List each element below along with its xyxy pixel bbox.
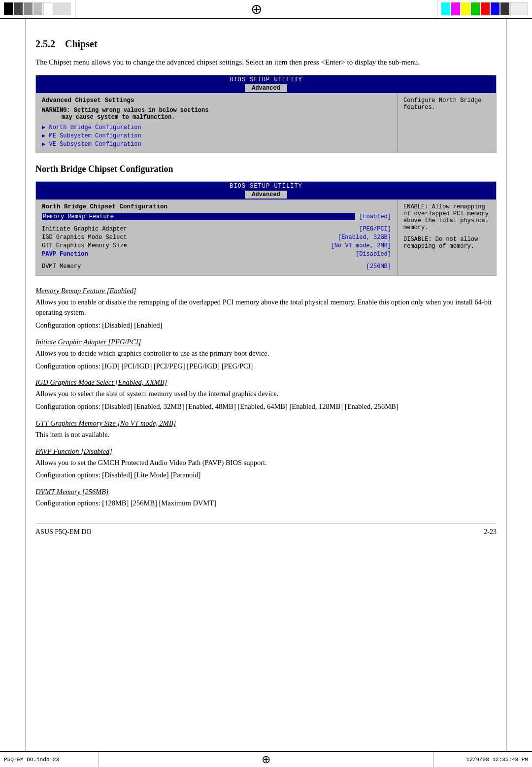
color-block-wide-right xyxy=(510,2,528,15)
bios-row-label-dvmt: DVMT Memory xyxy=(42,263,363,270)
bios-row-pavp: PAVP Function [Disabled] xyxy=(42,251,391,258)
bios-menu-me-subsystem: ME Subsystem Configuration xyxy=(42,132,391,139)
bios-row-label-pavp: PAVP Function xyxy=(42,251,352,258)
top-bar-center: ⊕ xyxy=(75,0,437,18)
bios-row-label-graphic-adapter: Initiate Graphic Adapter xyxy=(42,226,355,233)
bios-row-value-pavp: [Disabled] xyxy=(356,251,391,258)
color-block-magenta xyxy=(451,2,460,15)
color-blocks-right xyxy=(437,0,532,18)
right-margin-line xyxy=(506,19,506,751)
bios-tab-row-2: Advanced xyxy=(36,191,496,200)
color-block-black xyxy=(4,2,13,15)
feature-desc-gtt-size: This item is not available. xyxy=(35,430,497,440)
bios-row-igd-mode: IGD Graphics Mode Select [Enabled, 32GB] xyxy=(42,234,391,241)
bottom-reg-bar: P5Q-EM DO.indb 23 ⊕ 12/9/08 12:35:48 PM xyxy=(0,751,532,767)
left-margin-line xyxy=(26,19,26,751)
color-block-wide xyxy=(53,2,71,15)
bios-row-memory-remap: Memory Remap Feature [Enabled] xyxy=(42,213,391,220)
color-block-lightgray xyxy=(33,2,42,15)
bottom-reg-right: 12/9/08 12:35:48 PM xyxy=(433,752,532,767)
bottom-reg-left: P5Q-EM DO.indb 23 xyxy=(0,752,99,767)
bios-row-value-memory-remap: [Enabled] xyxy=(359,213,391,220)
feature-graphic-adapter: Initiate Graphic Adapter [PEG/PCI] Allow… xyxy=(35,338,497,372)
feature-title-memory-remap: Memory Remap Feature [Enabled] xyxy=(35,287,497,295)
feature-pavp: PAVP Function [Disabled] Allows you to s… xyxy=(35,447,497,481)
color-block-yellow xyxy=(461,2,470,15)
page-footer: ASUS P5Q-EM DO 2-23 xyxy=(35,524,497,536)
bios-row-label-memory-remap: Memory Remap Feature xyxy=(42,213,355,220)
feature-title-igd-mode: IGD Graphics Mode Select [Enabled, XXMB] xyxy=(35,378,497,387)
bios-tab-1: Advanced xyxy=(245,84,287,92)
bios-box-1: BIOS SETUP UTILITY Advanced Advanced Chi… xyxy=(35,75,497,153)
color-block-dark xyxy=(500,2,509,15)
feature-options-dvmt: Configuration options: [128MB] [256MB] [… xyxy=(35,498,497,509)
feature-options-igd-mode: Configuration options: [Disabled] [Enabl… xyxy=(35,401,497,412)
bios-row-value-igd-mode: [Enabled, 32GB] xyxy=(338,234,391,241)
bios-menu-ve-subsystem: VE Subsystem Configuration xyxy=(42,140,391,148)
footer-right: 2-23 xyxy=(484,528,497,536)
bios-header-2: BIOS SETUP UTILITY xyxy=(36,182,496,191)
bios-left-1: Advanced Chipset Settings WARNING: Setti… xyxy=(36,93,398,153)
bottom-crosshair-icon: ⊕ xyxy=(262,753,270,766)
bios-tab-row-1: Advanced xyxy=(36,84,496,93)
intro-text: The Chipset menu allows you to change th… xyxy=(35,57,497,68)
bottom-reg-center: ⊕ xyxy=(99,752,433,767)
bios-right-disable-text: DISABLE: Do not allow remapping of memor… xyxy=(403,236,490,250)
bios-row-value-dvmt: [256MB] xyxy=(366,263,391,270)
feature-igd-mode: IGD Graphics Mode Select [Enabled, XXMB]… xyxy=(35,378,497,412)
bios-body-1: Advanced Chipset Settings WARNING: Setti… xyxy=(36,93,496,153)
color-block-cyan xyxy=(441,2,450,15)
feature-title-pavp: PAVP Function [Disabled] xyxy=(35,447,497,456)
bios-right-2: ENABLE: Allow remapping of overlapped PC… xyxy=(398,200,496,275)
feature-dvmt: DVMT Memory [256MB] Configuration option… xyxy=(35,488,497,509)
bios-row-label-igd-mode: IGD Graphics Mode Select xyxy=(42,234,334,241)
color-block-white xyxy=(43,2,52,15)
crosshair-icon: ⊕ xyxy=(251,1,262,17)
north-bridge-heading: North Bridge Chipset Configuration xyxy=(35,164,497,174)
feature-desc-memory-remap: Allows you to enable or disable the rema… xyxy=(35,297,497,319)
feature-options-pavp: Configuration options: [Disabled] [Lite … xyxy=(35,470,497,481)
feature-gtt-size: GTT Graphics Memory Size [No VT mode, 2M… xyxy=(35,419,497,440)
bios-row-value-graphic-adapter: [PEG/PCI] xyxy=(359,226,391,233)
bios-title-1: Advanced Chipset Settings xyxy=(42,97,391,104)
feature-memory-remap: Memory Remap Feature [Enabled] Allows yo… xyxy=(35,287,497,331)
feature-desc-igd-mode: Allows you to select the size of system … xyxy=(35,389,497,400)
bios-row-label-gtt-size: GTT Graphics Memory Size xyxy=(42,242,327,249)
bios-title-2: North Bridge Chipset Configuration xyxy=(42,203,391,210)
feature-desc-pavp: Allows you to set the GMCH Protected Aud… xyxy=(35,458,497,468)
feature-title-gtt-size: GTT Graphics Memory Size [No VT mode, 2M… xyxy=(35,419,497,428)
section-title: Chipset xyxy=(65,38,98,49)
feature-title-graphic-adapter: Initiate Graphic Adapter [PEG/PCI] xyxy=(35,338,497,346)
feature-title-dvmt: DVMT Memory [256MB] xyxy=(35,488,497,496)
section-number: 2.5.2 xyxy=(35,38,55,49)
bios-menu-north-bridge: North Bridge Configuration xyxy=(42,124,391,131)
bios-right-1: Configure North Bridge features. xyxy=(398,93,496,153)
bios-row-gtt-size: GTT Graphics Memory Size [No VT mode, 2M… xyxy=(42,242,391,249)
footer-left: ASUS P5Q-EM DO xyxy=(35,528,92,536)
bios-body-2: North Bridge Chipset Configuration Memor… xyxy=(36,200,496,275)
feature-desc-graphic-adapter: Allows you to decide which graphics cont… xyxy=(35,348,497,359)
color-block-red xyxy=(481,2,490,15)
bios-header-1: BIOS SETUP UTILITY xyxy=(36,75,496,84)
section-heading: 2.5.2 Chipset xyxy=(35,38,497,50)
feature-options-graphic-adapter: Configuration options: [IGD] [PCI/IGD] [… xyxy=(35,361,497,372)
bios-warning-1: WARNING: Setting wrong values in below s… xyxy=(42,107,391,121)
bw-color-blocks xyxy=(0,0,75,18)
bios-row-graphic-adapter: Initiate Graphic Adapter [PEG/PCI] xyxy=(42,226,391,233)
bios-left-2: North Bridge Chipset Configuration Memor… xyxy=(36,200,398,275)
bios-box-2: BIOS SETUP UTILITY Advanced North Bridge… xyxy=(35,181,497,276)
color-block-blue xyxy=(491,2,499,15)
page-content: 2.5.2 Chipset The Chipset menu allows yo… xyxy=(0,19,532,566)
top-bar: ⊕ xyxy=(0,0,532,19)
feature-options-memory-remap: Configuration options: [Disabled] [Enabl… xyxy=(35,320,497,331)
bios-right-enable-text: ENABLE: Allow remapping of overlapped PC… xyxy=(403,203,490,231)
bios-row-dvmt: DVMT Memory [256MB] xyxy=(42,263,391,270)
bios-tab-2: Advanced xyxy=(245,191,287,199)
color-block-darkgray xyxy=(14,2,23,15)
color-block-green xyxy=(471,2,480,15)
bios-row-value-gtt-size: [No VT mode, 2MB] xyxy=(331,242,391,249)
color-block-gray xyxy=(24,2,33,15)
